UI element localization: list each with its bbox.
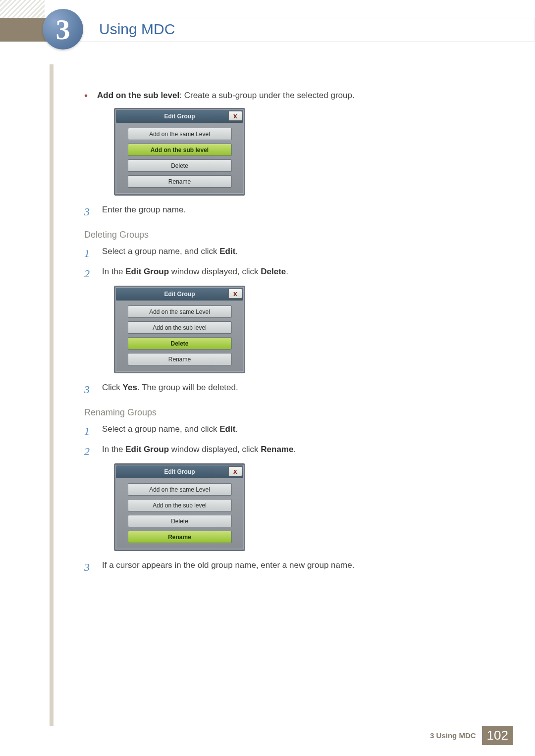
- chapter-number: 3: [56, 13, 70, 46]
- dialog-title: Edit Group: [164, 468, 195, 475]
- step-number: 3: [84, 559, 95, 575]
- dialog-title: Edit Group: [164, 113, 195, 120]
- dialog-titlebar: Edit Group x: [116, 110, 243, 123]
- bullet-item: • Add on the sub level: Create a sub-gro…: [84, 89, 485, 102]
- edit-group-dialog-sublevel: Edit Group x Add on the same Level Add o…: [114, 108, 245, 196]
- edit-group-dialog-delete: Edit Group x Add on the same Level Add o…: [114, 286, 245, 373]
- dialog-title: Edit Group: [164, 291, 195, 298]
- step-text: In the Edit Group window displayed, clic…: [102, 265, 288, 278]
- close-icon[interactable]: x: [228, 289, 242, 299]
- add-same-level-button[interactable]: Add on the same Level: [128, 128, 232, 140]
- close-icon[interactable]: x: [228, 466, 242, 476]
- step-item: 3 If a cursor appears in the old group n…: [84, 559, 485, 575]
- page-content: • Add on the sub level: Create a sub-gro…: [84, 89, 485, 579]
- dialog-titlebar: Edit Group x: [116, 288, 243, 301]
- step-number: 1: [84, 245, 95, 261]
- step-item: 1 Select a group name, and click Edit.: [84, 245, 485, 261]
- bullet-text: Add on the sub level: Create a sub-group…: [97, 89, 355, 102]
- rename-button[interactable]: Rename: [128, 531, 232, 543]
- close-icon[interactable]: x: [228, 111, 242, 121]
- step-text: Enter the group name.: [102, 203, 186, 216]
- step-text: Select a group name, and click Edit.: [102, 245, 238, 258]
- dialog-titlebar: Edit Group x: [116, 465, 243, 478]
- footer: 3 Using MDC 102: [424, 726, 513, 745]
- step-item: 3 Enter the group name.: [84, 203, 485, 220]
- step-number: 3: [84, 203, 95, 220]
- page-title: Using MDC: [99, 21, 175, 38]
- step-number: 3: [84, 381, 95, 398]
- step-item: 1 Select a group name, and click Edit.: [84, 423, 485, 439]
- step-text: If a cursor appears in the old group nam…: [102, 559, 354, 572]
- step-item: 3 Click Yes. The group will be deleted.: [84, 381, 485, 398]
- add-same-level-button[interactable]: Add on the same Level: [128, 483, 232, 496]
- add-sub-level-button[interactable]: Add on the sub level: [128, 144, 232, 156]
- side-stripe: [50, 64, 54, 726]
- step-number: 2: [84, 265, 95, 282]
- add-same-level-button[interactable]: Add on the same Level: [128, 305, 232, 318]
- delete-button[interactable]: Delete: [128, 337, 232, 350]
- delete-button[interactable]: Delete: [128, 515, 232, 527]
- step-number: 2: [84, 443, 95, 459]
- step-item: 2 In the Edit Group window displayed, cl…: [84, 265, 485, 282]
- page-number: 102: [482, 726, 513, 745]
- bullet-term: Add on the sub level: [97, 91, 179, 100]
- add-sub-level-button[interactable]: Add on the sub level: [128, 321, 232, 334]
- subheading-renaming: Renaming Groups: [84, 407, 485, 418]
- step-number: 1: [84, 423, 95, 439]
- step-text: Select a group name, and click Edit.: [102, 423, 238, 436]
- chapter-badge: 3: [43, 9, 83, 50]
- step-text: In the Edit Group window displayed, clic…: [102, 443, 296, 456]
- add-sub-level-button[interactable]: Add on the sub level: [128, 499, 232, 511]
- bullet-icon: •: [84, 89, 88, 102]
- step-item: 2 In the Edit Group window displayed, cl…: [84, 443, 485, 459]
- edit-group-dialog-rename: Edit Group x Add on the same Level Add o…: [114, 463, 245, 551]
- step-text: Click Yes. The group will be deleted.: [102, 381, 238, 394]
- footer-label: 3 Using MDC: [424, 727, 482, 744]
- delete-button[interactable]: Delete: [128, 159, 232, 172]
- rename-button[interactable]: Rename: [128, 175, 232, 188]
- rename-button[interactable]: Rename: [128, 353, 232, 365]
- subheading-deleting: Deleting Groups: [84, 230, 485, 240]
